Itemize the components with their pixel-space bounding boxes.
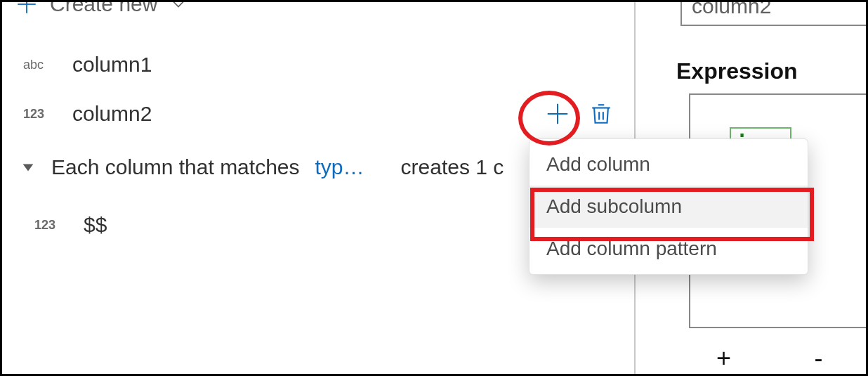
add-button[interactable]: [544, 101, 571, 127]
create-new-button[interactable]: Create new: [15, 0, 188, 16]
pattern-suffix: creates 1 c: [401, 155, 504, 179]
subcolumn-row[interactable]: 123 $$: [34, 213, 107, 237]
zoom-in-button[interactable]: +: [710, 344, 738, 373]
svg-marker-7: [23, 164, 34, 171]
column-pattern-row[interactable]: Each column that matches typ… creates 1 …: [20, 155, 504, 179]
column-name: column1: [72, 53, 152, 77]
add-menu: Add column Add subcolumn Add column patt…: [529, 138, 808, 275]
menu-item-add-column[interactable]: Add column: [530, 143, 808, 186]
type-badge-number: 123: [34, 218, 65, 233]
chevron-down-icon: [169, 0, 188, 14]
type-badge-number: 123: [23, 107, 54, 122]
menu-item-add-column-pattern[interactable]: Add column pattern: [530, 228, 808, 270]
column-name: column2: [72, 102, 152, 126]
column-row-selected[interactable]: 123 column2: [23, 101, 613, 127]
app-frame: Create new abc column1 123 column2: [0, 0, 868, 376]
delete-button[interactable]: [589, 102, 613, 126]
plus-icon: [15, 0, 39, 16]
create-new-label: Create new: [50, 0, 157, 16]
row-tools: [544, 101, 613, 127]
expression-heading: Expression: [676, 58, 798, 84]
menu-item-add-subcolumn[interactable]: Add subcolumn: [530, 186, 808, 228]
zoom-controls: + -: [676, 344, 866, 373]
zoom-out-button[interactable]: -: [805, 344, 833, 373]
column-row[interactable]: abc column1: [23, 53, 613, 77]
pattern-prefix: Each column that matches: [51, 155, 300, 179]
type-badge-string: abc: [23, 58, 54, 72]
collapse-icon[interactable]: [20, 160, 36, 175]
selected-column-value: column2: [692, 0, 771, 18]
subcolumn-name: $$: [84, 213, 107, 237]
selected-column-field[interactable]: column2: [680, 0, 868, 26]
pattern-type-link[interactable]: typ…: [315, 155, 364, 179]
